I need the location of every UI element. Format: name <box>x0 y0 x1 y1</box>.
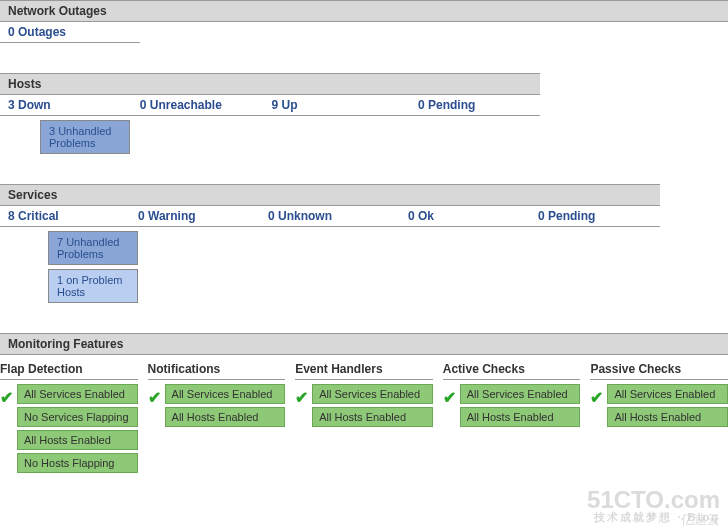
monitoring-features-section: Monitoring Features Flap Detection ✔ All… <box>0 333 728 473</box>
hosts-unreachable-link[interactable]: 0 Unreachable <box>132 95 264 115</box>
flap-item[interactable]: All Hosts Enabled <box>17 430 138 450</box>
flap-title: Flap Detection <box>0 359 138 380</box>
notifications-item[interactable]: All Services Enabled <box>165 384 286 404</box>
event-handlers-item[interactable]: All Services Enabled <box>312 384 433 404</box>
monitoring-header: Monitoring Features <box>0 333 728 355</box>
services-unhandled-badge[interactable]: 7 Unhandled Problems <box>48 231 138 265</box>
notifications-title: Notifications <box>148 359 286 380</box>
outages-count-link[interactable]: 0 Outages <box>0 22 74 42</box>
check-icon: ✔ <box>590 388 603 407</box>
services-ok-link[interactable]: 0 Ok <box>400 206 530 226</box>
services-unknown-link[interactable]: 0 Unknown <box>260 206 400 226</box>
notifications-item[interactable]: All Hosts Enabled <box>165 407 286 427</box>
passive-checks-item[interactable]: All Services Enabled <box>607 384 728 404</box>
hosts-header: Hosts <box>0 73 540 95</box>
active-checks-col: Active Checks ✔ All Services Enabled All… <box>443 359 581 473</box>
network-outages-section: Network Outages 0 Outages <box>0 0 728 43</box>
flap-detection-col: Flap Detection ✔ All Services Enabled No… <box>0 359 138 473</box>
event-handlers-col: Event Handlers ✔ All Services Enabled Al… <box>295 359 433 473</box>
hosts-down-link[interactable]: 3 Down <box>0 95 132 115</box>
active-checks-item[interactable]: All Hosts Enabled <box>460 407 581 427</box>
check-icon: ✔ <box>148 388 161 407</box>
flap-item[interactable]: No Services Flapping <box>17 407 138 427</box>
event-handlers-item[interactable]: All Hosts Enabled <box>312 407 433 427</box>
services-on-problem-badge[interactable]: 1 on Problem Hosts <box>48 269 138 303</box>
event-handlers-title: Event Handlers <box>295 359 433 380</box>
passive-checks-title: Passive Checks <box>590 359 728 380</box>
check-icon: ✔ <box>443 388 456 407</box>
passive-checks-col: Passive Checks ✔ All Services Enabled Al… <box>590 359 728 473</box>
services-pending-link[interactable]: 0 Pending <box>530 206 660 226</box>
hosts-up-link[interactable]: 9 Up <box>264 95 410 115</box>
notifications-col: Notifications ✔ All Services Enabled All… <box>148 359 286 473</box>
passive-checks-item[interactable]: All Hosts Enabled <box>607 407 728 427</box>
services-section: Services 8 Critical 0 Warning 0 Unknown … <box>0 184 728 303</box>
services-critical-link[interactable]: 8 Critical <box>0 206 130 226</box>
active-checks-item[interactable]: All Services Enabled <box>460 384 581 404</box>
flap-item[interactable]: No Hosts Flapping <box>17 453 138 473</box>
services-warning-link[interactable]: 0 Warning <box>130 206 260 226</box>
hosts-pending-link[interactable]: 0 Pending <box>410 95 540 115</box>
network-outages-header: Network Outages <box>0 0 728 22</box>
flap-item[interactable]: All Services Enabled <box>17 384 138 404</box>
hosts-section: Hosts 3 Down 0 Unreachable 9 Up 0 Pendin… <box>0 73 728 154</box>
services-header: Services <box>0 184 660 206</box>
hosts-unhandled-badge[interactable]: 3 Unhandled Problems <box>40 120 130 154</box>
check-icon: ✔ <box>295 388 308 407</box>
active-checks-title: Active Checks <box>443 359 581 380</box>
check-icon: ✔ <box>0 388 13 407</box>
